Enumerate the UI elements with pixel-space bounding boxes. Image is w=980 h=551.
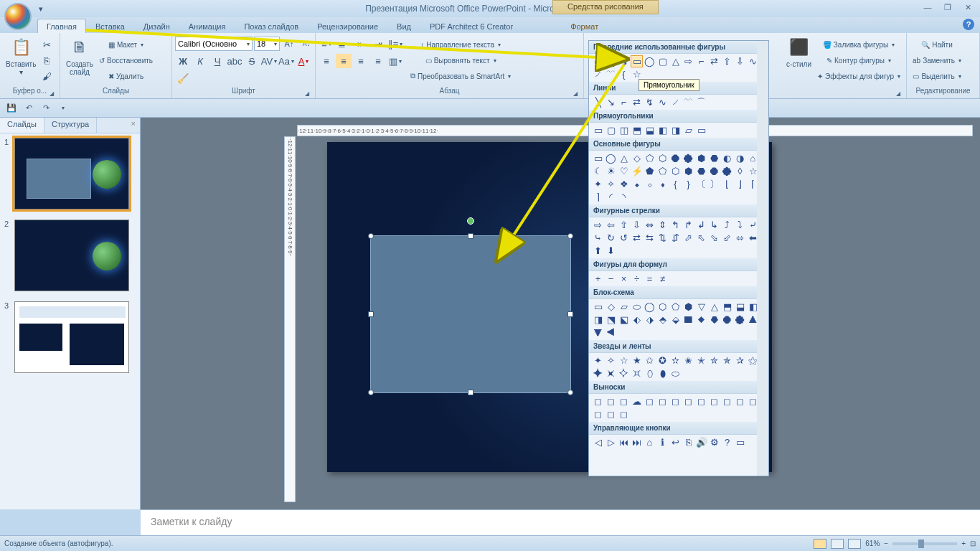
shape-item[interactable]: ◻ [605, 408, 617, 420]
shape-fill-button[interactable]: 🪣 Заливка фигуры ▾ [814, 37, 903, 52]
italic-button[interactable]: К [192, 54, 208, 68]
shape-item[interactable]: ⬥ [631, 178, 643, 190]
layout-button[interactable]: ▦ Макет ▾ [96, 37, 156, 52]
shape-item[interactable]: ⬠ [669, 301, 682, 313]
redo-icon[interactable]: ↷ [39, 101, 53, 116]
shape-item[interactable]: ◻ [682, 395, 694, 408]
shape-item[interactable]: ✪ [656, 354, 669, 367]
zoom-out-button[interactable]: − [884, 540, 888, 547]
shape-item[interactable]: ⌐ [618, 96, 630, 108]
shape-item[interactable]: ⬁ [695, 232, 707, 244]
shape-item[interactable]: ▢ [605, 124, 617, 136]
shape-item[interactable]: ⇦ [605, 219, 617, 231]
shape-item[interactable]: ◨ [592, 314, 604, 326]
shape-item[interactable]: ⯄ [721, 165, 733, 177]
cut-button[interactable]: ✂ [39, 37, 55, 52]
shape-item[interactable]: ✧ [605, 354, 617, 367]
normal-view-button[interactable] [814, 539, 826, 549]
slides-tab[interactable]: Слайды [0, 118, 44, 133]
slide-thumbnail-2[interactable] [14, 220, 129, 291]
shape-right-arrow[interactable]: ⇨ [682, 55, 694, 67]
shape-item[interactable]: ✦ [592, 178, 604, 190]
shape-item[interactable]: ⬯ [644, 367, 656, 380]
shape-item[interactable]: ↻ [605, 232, 617, 244]
shape-item[interactable]: ▷ [605, 436, 617, 448]
undo-icon[interactable]: ↶ [22, 101, 36, 116]
sorter-view-button[interactable] [831, 539, 844, 549]
shape-item[interactable]: ▭ [592, 301, 604, 313]
shape-item[interactable]: ▭ [592, 152, 604, 164]
shape-item[interactable]: ◻ [618, 408, 630, 420]
tab-slideshow[interactable]: Показ слайдов [235, 19, 308, 33]
shape-item[interactable]: ⯁ [695, 314, 707, 326]
shape-arrow-line[interactable]: ↘ [618, 55, 630, 67]
shape-item[interactable]: ◻ [656, 395, 669, 408]
shape-item[interactable]: ⇆ [644, 232, 656, 244]
change-case-button[interactable]: Aa▾ [278, 54, 294, 68]
shape-item[interactable]: ⯂ [708, 314, 720, 326]
shape-item[interactable]: ⬭ [631, 301, 643, 313]
shape-item[interactable]: ⬭ [669, 367, 682, 380]
shape-freeform[interactable]: ⟋ [592, 68, 604, 80]
tab-pdf-architect[interactable]: PDF Architect 6 Creator [420, 19, 522, 33]
outline-tab[interactable]: Структура [44, 118, 97, 133]
clipboard-launcher-icon[interactable]: ◢ [48, 90, 55, 98]
shape-item[interactable]: ⬖ [631, 314, 643, 326]
zoom-slider[interactable] [892, 542, 957, 545]
font-name-combo[interactable]: Calibri (Основно▾ [175, 37, 253, 51]
save-icon[interactable]: 💾 [4, 101, 19, 116]
shape-item[interactable]: + [592, 273, 604, 285]
shape-item[interactable]: ⬣ [708, 152, 720, 164]
tab-insert[interactable]: Вставка [86, 19, 134, 33]
shape-item[interactable]: ◯ [644, 301, 656, 313]
shape-item[interactable]: ↰ [669, 219, 682, 231]
shape-item[interactable]: ⤷ [592, 232, 604, 244]
shape-item[interactable]: ⇔ [644, 219, 656, 231]
shape-item[interactable]: ╲ [592, 96, 604, 108]
format-painter-button[interactable]: 🖌 [39, 69, 55, 83]
shape-item[interactable]: 〔 [695, 178, 707, 190]
shape-item[interactable]: ⬡ [656, 152, 669, 164]
shape-item[interactable]: ⇨ [592, 219, 604, 231]
shape-item[interactable]: ❖ [618, 178, 630, 190]
shape-item[interactable]: ⯄ [734, 314, 746, 326]
resize-handle-e[interactable] [567, 311, 573, 317]
tab-format[interactable]: Формат [561, 19, 608, 33]
shape-item[interactable]: ↯ [644, 96, 656, 108]
resize-handle-n[interactable] [468, 233, 473, 239]
tab-home[interactable]: Главная [37, 19, 86, 33]
shape-item[interactable]: ⬆ [592, 245, 604, 257]
shape-item[interactable]: ◻ [734, 395, 746, 408]
align-left-button[interactable]: ≡ [319, 54, 334, 68]
close-button[interactable]: ✕ [958, 1, 977, 13]
tab-view[interactable]: Вид [387, 19, 420, 33]
shape-effects-button[interactable]: ✦ Эффекты для фигур ▾ [814, 69, 903, 83]
shape-item[interactable]: ⌂ [644, 436, 656, 448]
shape-item[interactable]: ✫ [669, 354, 682, 367]
shape-line[interactable]: ╲ [605, 55, 617, 67]
shape-item[interactable]: ◯ [605, 152, 617, 164]
decrease-indent-button[interactable]: ⇤ [353, 37, 369, 51]
shape-item[interactable]: ⬄ [734, 232, 746, 244]
shape-item[interactable]: ▽ [695, 301, 707, 313]
shape-item[interactable]: ↺ [618, 232, 630, 244]
font-color-button[interactable]: A▾ [296, 54, 311, 68]
shape-item[interactable]: ⬣ [695, 165, 707, 177]
shape-item[interactable]: ⬡ [656, 301, 669, 313]
shape-item[interactable]: ⯇ [605, 326, 617, 339]
shape-item[interactable]: ⌉ [592, 191, 604, 203]
maximize-button[interactable]: ❐ [938, 1, 957, 13]
shape-item[interactable]: ◧ [656, 124, 669, 136]
shape-item[interactable]: ↳ [708, 219, 720, 231]
shape-item[interactable]: ⬢ [682, 301, 694, 313]
rectangle-shape[interactable] [370, 235, 571, 393]
drawing-launcher-icon[interactable]: ◢ [895, 90, 902, 98]
shape-item[interactable]: ◻ [669, 395, 682, 408]
resize-handle-sw[interactable] [368, 390, 374, 395]
shape-item[interactable]: ⬗ [644, 314, 656, 326]
shape-item[interactable]: ▱ [682, 124, 694, 136]
zoom-in-button[interactable]: + [961, 540, 966, 547]
shape-item[interactable]: ↘ [605, 96, 617, 108]
shape-item[interactable]: ⬦ [644, 178, 656, 190]
shape-item[interactable]: ◐ [721, 152, 733, 164]
